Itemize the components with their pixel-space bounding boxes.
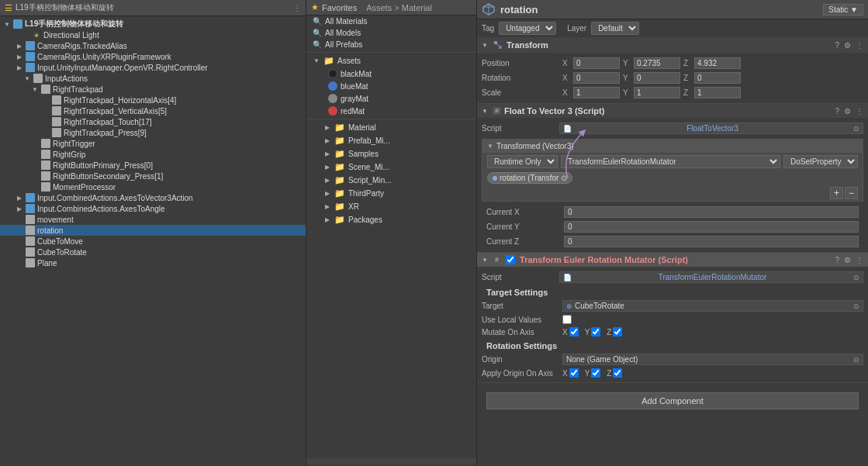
position-z-input[interactable] xyxy=(694,57,741,69)
teum-script-target-icon[interactable]: ⊙ xyxy=(853,274,859,281)
current-z-input[interactable] xyxy=(564,236,859,247)
tag-select[interactable]: Untagged xyxy=(499,22,556,35)
project-item-assets-root[interactable]: ▼ 📁 Assets xyxy=(306,54,476,67)
runtime-only-dropdown[interactable]: Runtime Only xyxy=(487,155,558,168)
apply-y-checkbox[interactable] xyxy=(591,368,600,378)
tree-item-plane[interactable]: Plane xyxy=(0,257,306,268)
ftv3-settings-icon[interactable]: ⚙ xyxy=(844,107,851,116)
project-item-samples-folder[interactable]: ▶ 📁 Samples xyxy=(317,147,476,161)
layer-select[interactable]: Default xyxy=(591,22,639,35)
apply-x-checkbox[interactable] xyxy=(569,368,579,378)
add-component-button[interactable]: Add Component xyxy=(486,392,859,409)
rotation-y-input[interactable] xyxy=(634,72,680,84)
z-axis-checkbox[interactable] xyxy=(613,327,622,337)
position-y-input[interactable] xyxy=(634,57,680,69)
tree-item-cube-rotate[interactable]: CubeToRotate xyxy=(0,247,306,257)
target-label: Target xyxy=(482,302,559,310)
z-axis-item: Z xyxy=(607,327,622,337)
teum-menu-icon[interactable]: ⋮ xyxy=(856,256,863,264)
project-item-all-models[interactable]: 🔍 All Models xyxy=(306,27,476,39)
tree-item-press[interactable]: RightTrackpad_Press[9] xyxy=(0,127,306,138)
mutate-axis-row: Mutate On Axis X Y Z xyxy=(482,326,863,338)
teum-enabled-checkbox[interactable] xyxy=(506,255,515,264)
current-x-input[interactable] xyxy=(564,206,859,218)
target-select-icon[interactable]: ⊙ xyxy=(853,302,859,310)
tree-item-axes-vector[interactable]: ▶ Input.CombinedActions.AxesToVector3Act… xyxy=(0,192,306,203)
do-set-property-dropdown[interactable]: DoSetProperty xyxy=(783,155,858,168)
tree-item-directional-light[interactable]: ☀ Directional Light xyxy=(0,30,306,40)
tree-item-right-trigger[interactable]: RightTrigger xyxy=(0,138,306,149)
project-item-material-folder[interactable]: ▶ 📁 Material xyxy=(317,121,476,134)
tree-item-btn-secondary[interactable]: RightButtonSecondary_Press[1] xyxy=(0,171,306,181)
tree-item-v-axis[interactable]: RightTrackpad_VerticalAxis[5] xyxy=(0,105,306,116)
hierarchy-menu-btn[interactable]: ⋮ xyxy=(293,4,301,12)
float-to-vector3-header[interactable]: ▼ # Float To Vector 3 (Script) ? ⚙ ⋮ xyxy=(477,104,868,118)
rotation-prop-label: Rotation xyxy=(482,74,559,82)
rotation-z-input[interactable] xyxy=(694,72,741,84)
tree-item-camera-tracked[interactable]: ▶ CameraRigs.TrackedAlias xyxy=(0,40,306,51)
touch-icon xyxy=(52,117,61,126)
project-item-prefab-folder[interactable]: ▶ 📁 Prefab_Mi... xyxy=(317,134,476,147)
tree-item-right-grip[interactable]: RightGrip xyxy=(0,149,306,160)
project-item-packages-folder[interactable]: ▶ 📁 Packages xyxy=(317,213,476,226)
project-item-thirdparty-folder[interactable]: ▶ 📁 ThirdParty xyxy=(317,187,476,200)
scale-x-input[interactable] xyxy=(573,87,620,98)
x-axis-checkbox[interactable] xyxy=(569,327,579,337)
axes-vector-label: Input.CombinedActions.AxesToVector3Actio… xyxy=(37,194,193,202)
tree-item-movement[interactable]: movement xyxy=(0,214,306,225)
position-x-input[interactable] xyxy=(573,57,620,69)
project-item-script-folder[interactable]: ▶ 📁 Script_Min... xyxy=(317,174,476,187)
project-item-all-materials[interactable]: 🔍 All Materials xyxy=(306,16,476,27)
y-axis-checkbox[interactable] xyxy=(591,327,600,337)
tree-item-touch[interactable]: RightTrackpad_Touch[17] xyxy=(0,116,306,127)
rot-x-label: X xyxy=(562,74,572,82)
scale-x-field: X xyxy=(562,87,620,98)
apply-z-checkbox[interactable] xyxy=(613,368,622,378)
minus-btn[interactable]: − xyxy=(845,187,858,199)
tree-item-camera-unity[interactable]: ▶ CameraRigs.UnityXRPluginFramework xyxy=(0,51,306,62)
scale-z-input[interactable] xyxy=(694,87,741,98)
tree-item-btn-primary[interactable]: RightButtonPrimary_Press[0] xyxy=(0,160,306,171)
scale-y-input[interactable] xyxy=(634,87,680,98)
project-item-blackmat[interactable]: blackMat xyxy=(322,67,476,80)
tree-item-input-unity[interactable]: ▶ Input.UnityInputManager.OpenVR.RightCo… xyxy=(0,62,306,73)
teum-help-icon[interactable]: ? xyxy=(835,256,839,264)
mutator-dropdown[interactable]: TransformEulerRotationMutator xyxy=(561,155,780,168)
plus-btn[interactable]: + xyxy=(830,187,843,199)
pos-z-label: Z xyxy=(683,59,693,67)
tree-item-axes-angle[interactable]: ▶ Input.CombinedActions.AxesToAngle xyxy=(0,203,306,214)
tree-item-cube-move[interactable]: CubeToMove xyxy=(0,236,306,247)
ftv3-script-target-icon[interactable]: ⊙ xyxy=(853,125,859,133)
transform-header[interactable]: ▼ Transform ? ⚙ ⋮ xyxy=(477,37,868,53)
project-scrollbar[interactable] xyxy=(306,458,476,464)
: ▼ xyxy=(31,86,39,93)
static-dropdown[interactable]: Static ▼ xyxy=(823,4,863,16)
teum-settings-icon[interactable]: ⚙ xyxy=(844,256,851,264)
project-item-bluemat[interactable]: blueMat xyxy=(322,80,476,92)
tree-item-moment[interactable]: MomentProcessor xyxy=(0,181,306,192)
project-item-redmat[interactable]: redMat xyxy=(322,105,476,117)
ftv3-menu-icon[interactable]: ⋮ xyxy=(856,107,863,116)
project-item-all-prefabs[interactable]: 🔍 All Prefabs xyxy=(306,39,476,50)
origin-select-icon[interactable]: ⊙ xyxy=(853,356,859,364)
tree-item-right-trackpad[interactable]: ▼ RightTrackpad xyxy=(0,84,306,95)
transform-menu-icon[interactable]: ⋮ xyxy=(856,41,863,50)
rotation-pill[interactable]: rotation (Transfor ⊙ xyxy=(487,172,572,184)
transform-euler-header[interactable]: ▼ # Transform Euler Rotation Mutator (Sc… xyxy=(477,253,868,267)
ftv3-help-icon[interactable]: ? xyxy=(835,107,839,116)
btn-secondary-icon xyxy=(41,171,50,181)
transformed-header[interactable]: ▼ Transformed (Vector3) xyxy=(482,140,863,153)
rotation-x-input[interactable] xyxy=(573,72,620,84)
use-local-checkbox[interactable] xyxy=(562,315,572,324)
project-item-xr-folder[interactable]: ▶ 📁 XR xyxy=(317,200,476,213)
tree-item-h-axis[interactable]: RightTrackpad_HorizontalAxis[4] xyxy=(0,95,306,105)
transform-settings-icon[interactable]: ⚙ xyxy=(844,41,851,50)
all-materials-label: All Materials xyxy=(325,17,367,26)
current-y-input[interactable] xyxy=(564,221,859,233)
project-item-graymat[interactable]: grayMat xyxy=(322,92,476,105)
project-item-scene-folder[interactable]: ▶ 📁 Scene_Mi... xyxy=(317,161,476,174)
tree-item-input-actions[interactable]: ▼ InputActions xyxy=(0,73,306,84)
tree-item-scene[interactable]: ▼ L19手柄控制物体移动和旋转 xyxy=(0,18,306,30)
transform-help-icon[interactable]: ? xyxy=(835,41,839,50)
tree-item-rotation[interactable]: rotation xyxy=(0,225,306,236)
